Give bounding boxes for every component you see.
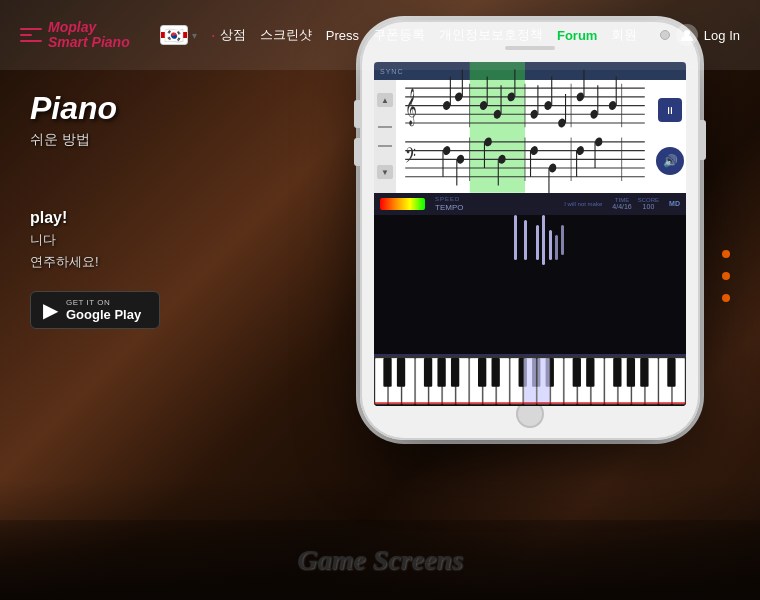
- falling-notes-area: [374, 215, 686, 356]
- speed-indicator: [380, 198, 425, 210]
- google-play-label: Google Play: [66, 307, 141, 322]
- google-play-button[interactable]: ▶ GET IT ON Google Play: [30, 291, 160, 329]
- svg-point-26: [544, 100, 553, 111]
- svg-point-28: [558, 117, 567, 128]
- falling-note-4: [524, 220, 527, 260]
- phone-mockup-container: SYNC ▲ ▼: [360, 20, 700, 440]
- song-title-label: I will not make: [564, 201, 602, 207]
- phone-volume-up-button: [354, 100, 360, 128]
- staff-notation: 𝄞 𝄢: [396, 62, 654, 193]
- svg-rect-87: [451, 358, 459, 387]
- speaker-button[interactable]: 🔊: [656, 147, 684, 175]
- game-screens-title: Game Screens: [297, 544, 463, 576]
- svg-point-50: [594, 136, 603, 147]
- pause-button[interactable]: ⏸: [658, 98, 682, 122]
- nav-link-member[interactable]: 회원: [611, 26, 637, 44]
- svg-point-38: [456, 154, 465, 165]
- phone-volume-down-button: [354, 138, 360, 166]
- phone-power-button: [700, 120, 706, 160]
- phone-screen: SYNC ▲ ▼: [374, 62, 686, 406]
- svg-rect-99: [524, 358, 536, 404]
- falling-note-6: [514, 215, 517, 260]
- hero-play-cta: 연주하세요!: [30, 253, 160, 271]
- svg-rect-94: [586, 358, 594, 387]
- pause-icon: ⏸: [665, 105, 675, 116]
- hero-play-title: play!: [30, 209, 160, 227]
- svg-text:𝄢: 𝄢: [405, 143, 416, 173]
- falling-note-2: [542, 215, 545, 265]
- svg-rect-93: [573, 358, 581, 387]
- svg-point-24: [530, 109, 539, 120]
- language-selector[interactable]: 🇰🇷 ▾: [160, 25, 197, 45]
- hero-text: Piano 쉬운 방법 play! 니다 연주하세요! ▶ GET IT ON …: [30, 90, 160, 329]
- get-it-on-label: GET IT ON: [66, 298, 141, 307]
- svg-rect-89: [492, 358, 500, 387]
- tempo-value: TEMPO: [435, 203, 554, 212]
- svg-rect-96: [627, 358, 635, 387]
- time-value: 4/4/16: [612, 203, 631, 210]
- scroll-down-button[interactable]: ▼: [377, 165, 393, 179]
- svg-point-14: [442, 100, 451, 111]
- svg-point-16: [454, 91, 463, 102]
- svg-rect-86: [437, 358, 445, 387]
- falling-note-7: [561, 225, 564, 255]
- svg-rect-101: [374, 402, 686, 404]
- nav-link-coupon[interactable]: 쿠폰등록: [373, 26, 425, 44]
- account-icon: [676, 24, 698, 46]
- speed-label: SPEED: [435, 196, 554, 202]
- scroll-up-button[interactable]: ▲: [377, 93, 393, 107]
- orange-dot-3: [722, 294, 730, 302]
- google-play-text: GET IT ON Google Play: [66, 298, 141, 322]
- svg-point-44: [530, 145, 539, 156]
- svg-rect-84: [397, 358, 405, 387]
- chevron-down-icon: ▾: [192, 30, 197, 41]
- bottom-section: Game Screens: [0, 520, 760, 600]
- midi-badge: MD: [669, 200, 680, 207]
- nav-link-forum[interactable]: Forum: [557, 28, 597, 43]
- svg-text:𝄞: 𝄞: [405, 87, 417, 126]
- navbar: Moplay Smart Piano 🇰🇷 ▾ · 상점 스크린샷 Press …: [0, 0, 760, 70]
- logo-line-3: [20, 40, 42, 42]
- nav-link-screenshot[interactable]: 스크린샷: [260, 26, 312, 44]
- nav-link-privacy[interactable]: 개인정보보호정책: [439, 26, 543, 44]
- svg-rect-88: [478, 358, 486, 387]
- speaker-icon: 🔊: [663, 154, 678, 168]
- svg-point-36: [442, 145, 451, 156]
- svg-point-30: [576, 91, 585, 102]
- falling-note-5: [555, 235, 558, 260]
- svg-rect-83: [383, 358, 391, 387]
- logo-line-2: [20, 34, 32, 36]
- logo-text: Moplay Smart Piano: [48, 20, 130, 51]
- svg-rect-100: [537, 358, 549, 404]
- svg-rect-97: [640, 358, 648, 387]
- orange-dot-2: [722, 272, 730, 280]
- login-label: Log In: [704, 28, 740, 43]
- svg-point-48: [576, 145, 585, 156]
- svg-point-32: [590, 109, 599, 120]
- falling-note-1: [536, 225, 539, 260]
- nav-link-shop[interactable]: 상점: [220, 26, 246, 44]
- phone-mockup: SYNC ▲ ▼: [360, 20, 700, 440]
- sheet-music-area: SYNC ▲ ▼: [374, 62, 686, 193]
- logo-lines: [20, 28, 42, 42]
- svg-rect-95: [613, 358, 621, 387]
- logo[interactable]: Moplay Smart Piano: [20, 20, 130, 51]
- logo-line-1: [20, 28, 42, 30]
- piano-keys: [374, 356, 686, 406]
- sheet-controls: ▲ ▼: [374, 80, 396, 193]
- svg-rect-85: [424, 358, 432, 387]
- hero-subtitle: 쉬운 방법: [30, 131, 160, 149]
- google-play-icon: ▶: [43, 298, 58, 322]
- nav-link-press[interactable]: Press: [326, 28, 359, 43]
- score-value: 100: [643, 203, 655, 210]
- logo-line1: Moplay: [48, 20, 130, 35]
- nav-links: 상점 스크린샷 Press 쿠폰등록 개인정보보호정책 Forum 회원: [220, 26, 676, 44]
- sheet-right-controls: ⏸ 🔊: [654, 80, 686, 193]
- login-section[interactable]: Log In: [676, 24, 740, 46]
- svg-rect-98: [667, 358, 675, 387]
- hero-play-desc: 니다: [30, 231, 160, 249]
- piano-info-bar: SPEED TEMPO I will not make TIME 4/4/16 …: [374, 193, 686, 215]
- flag-icon: 🇰🇷: [160, 25, 188, 45]
- phone-home-button[interactable]: [374, 406, 686, 422]
- logo-line2: Smart Piano: [48, 35, 130, 50]
